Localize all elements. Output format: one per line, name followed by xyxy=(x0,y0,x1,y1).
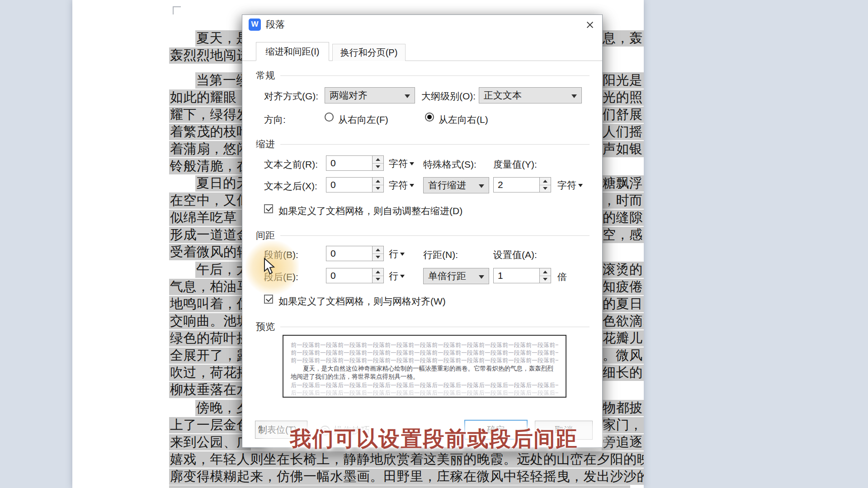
doc-text-line: 嬉戏，年轻人则坐在长椅上，静静地欣赏着这美丽的晚霞。远处的山峦在夕阳的映照下，轮 xyxy=(169,451,644,467)
selected-text: 耀下，绿得发 xyxy=(169,107,251,123)
line-spacing-dropdown[interactable]: 单倍行距 xyxy=(423,268,489,284)
selected-text: 柳枝垂落在水 xyxy=(169,382,251,398)
space-before-label: 段前(B): xyxy=(264,249,298,261)
stepper-down-button[interactable] xyxy=(540,185,551,192)
space-after-label: 段后(E): xyxy=(264,271,298,283)
doc-text-line: 色欲滴; xyxy=(602,313,644,329)
snap-to-grid-label[interactable]: 如果定义了文档网格，则与网格对齐(W) xyxy=(278,295,446,308)
stepper-down-button[interactable] xyxy=(373,164,383,171)
doc-text-line: 夏天，是 xyxy=(169,30,250,46)
stepper-up-button[interactable] xyxy=(373,178,383,185)
space-before-value[interactable]: 0 xyxy=(326,246,372,261)
arrow-down-icon xyxy=(376,187,380,190)
outline-level-value: 正文文本 xyxy=(484,89,522,102)
stepper xyxy=(372,178,383,192)
section-general-label: 常规 xyxy=(256,69,275,82)
dialog-tabstrip: 缩进和间距(I) 换行和分页(P) xyxy=(242,41,602,61)
selected-text: 的夏日 xyxy=(602,296,644,312)
section-spacing-label: 间距 xyxy=(256,229,275,242)
line-spacing-value: 单倍行距 xyxy=(428,270,466,282)
stepper-up-button[interactable] xyxy=(540,178,551,185)
stepper-down-button[interactable] xyxy=(373,185,383,192)
doc-text-line: 交响曲。池塘 xyxy=(169,313,251,329)
tab-indent-and-spacing[interactable]: 缩进和间距(I) xyxy=(256,42,329,61)
text-after-input[interactable]: 0 xyxy=(326,177,384,192)
tab-line-and-page-breaks[interactable]: 换行和分页(P) xyxy=(332,44,406,61)
check-icon xyxy=(266,296,272,302)
selected-text: 吹过，荷花摇 xyxy=(169,365,251,381)
set-value-input[interactable]: 1 xyxy=(493,268,551,283)
preview-body-text: 夏天，是大自然这位神奇画家精心绘制的一幅浓墨重彩的画卷。它带着炽热的气息，轰轰烈… xyxy=(291,365,558,381)
stepper-down-button[interactable] xyxy=(373,254,383,261)
screen: { "dialog": { "window_icon": "W", "title… xyxy=(0,0,868,488)
selected-text: 形成一道道金 xyxy=(169,227,251,243)
selected-text: 来到公园、广 xyxy=(169,434,251,450)
auto-adjust-right-indent-checkbox[interactable] xyxy=(264,204,273,213)
stepper-up-button[interactable] xyxy=(373,246,383,254)
section-general: 常规 xyxy=(256,69,590,82)
doc-text-line: 知疲倦 xyxy=(602,278,644,295)
selected-text: 。微风 xyxy=(602,347,644,364)
doc-text-line: 绿色的荷叶挨 xyxy=(169,330,251,346)
section-spacing: 间距 xyxy=(256,229,590,242)
stepper xyxy=(372,268,383,283)
space-after-input[interactable]: 0 xyxy=(326,268,384,283)
doc-text-line: 的夏日 xyxy=(602,296,644,312)
wps-writer-icon: W xyxy=(249,19,261,31)
radio-left-to-right[interactable] xyxy=(425,113,434,122)
text-after-value[interactable]: 0 xyxy=(326,178,372,192)
arrow-down-icon xyxy=(376,165,380,168)
doc-text-line: 。微风 xyxy=(602,347,644,363)
left-to-right-label[interactable]: 从左向右(L) xyxy=(439,113,488,126)
stepper-down-button[interactable] xyxy=(540,276,551,283)
doc-text-line: 物都披 xyxy=(602,399,644,416)
doc-text-line: 柳枝垂落在水 xyxy=(169,381,251,398)
doc-text-line: 午后，太 xyxy=(169,261,250,277)
stepper-up-button[interactable] xyxy=(373,268,383,276)
stepper-up-button[interactable] xyxy=(373,156,383,164)
text-before-input[interactable]: 0 xyxy=(326,155,384,171)
doc-text-line: 如此的耀眼， xyxy=(169,89,251,105)
paragraph-dialog: W 段落 缩进和间距(I) 换行和分页(P) 常规 对齐方式(G): 两端对齐 … xyxy=(242,14,603,448)
margin-corner-mark xyxy=(173,6,181,14)
text-before-unit-dropdown[interactable]: 字符 xyxy=(389,157,414,170)
measure-value-input[interactable]: 2 xyxy=(493,177,551,192)
chevron-down-icon xyxy=(479,275,484,279)
dialog-titlebar[interactable]: W 段落 xyxy=(242,15,602,34)
right-to-left-label[interactable]: 从右向左(F) xyxy=(338,113,388,126)
selected-text: 色欲滴; xyxy=(602,313,644,329)
selected-text: 上了一层金色 xyxy=(169,417,251,433)
space-after-unit: 行 xyxy=(389,270,398,282)
selected-text: 滚烫的 xyxy=(602,262,644,278)
doc-text-line: 糖飘浮 xyxy=(602,175,644,191)
snap-to-grid-checkbox[interactable] xyxy=(264,295,273,304)
measure-unit-dropdown[interactable]: 字符 xyxy=(557,179,583,192)
close-icon xyxy=(586,21,594,29)
stepper xyxy=(539,178,551,192)
radio-right-to-left[interactable] xyxy=(325,113,334,122)
space-before-input[interactable]: 0 xyxy=(326,246,384,261)
selected-text: 似绵羊吃草， xyxy=(169,210,251,226)
text-before-value[interactable]: 0 xyxy=(326,156,372,170)
selected-text: ，时而 xyxy=(602,192,644,209)
space-before-unit-dropdown[interactable]: 行 xyxy=(389,248,405,260)
stepper-down-button[interactable] xyxy=(373,276,383,283)
doc-text-line: 似绵羊吃草， xyxy=(169,209,251,225)
caption-text: 我们可以设置段前或段后间距 xyxy=(290,425,578,453)
auto-adjust-right-indent-label[interactable]: 如果定义了文档网格，则自动调整右缩进(D) xyxy=(278,205,462,217)
close-button[interactable] xyxy=(583,19,597,31)
doc-text-line: 形成一道道金 xyxy=(169,226,251,243)
stepper-up-button[interactable] xyxy=(540,268,551,276)
outline-level-dropdown[interactable]: 正文文本 xyxy=(479,87,582,103)
selected-text: 嬉戏，年轻人则坐在长椅上，静静地欣赏着这美丽的晚霞。远处的山峦在夕阳的映照下，轮 xyxy=(169,451,644,468)
alignment-dropdown[interactable]: 两端对齐 xyxy=(325,87,415,103)
doc-text-line: 来到公园、广 xyxy=(169,434,251,450)
set-value[interactable]: 1 xyxy=(494,268,539,283)
space-after-unit-dropdown[interactable]: 行 xyxy=(389,270,405,282)
chevron-down-icon xyxy=(400,253,405,256)
text-after-unit-dropdown[interactable]: 字符 xyxy=(389,179,414,192)
measure-value[interactable]: 2 xyxy=(494,178,539,192)
special-format-dropdown[interactable]: 首行缩进 xyxy=(423,177,489,193)
space-after-value[interactable]: 0 xyxy=(326,268,372,283)
selected-text: 物都披 xyxy=(602,400,644,416)
